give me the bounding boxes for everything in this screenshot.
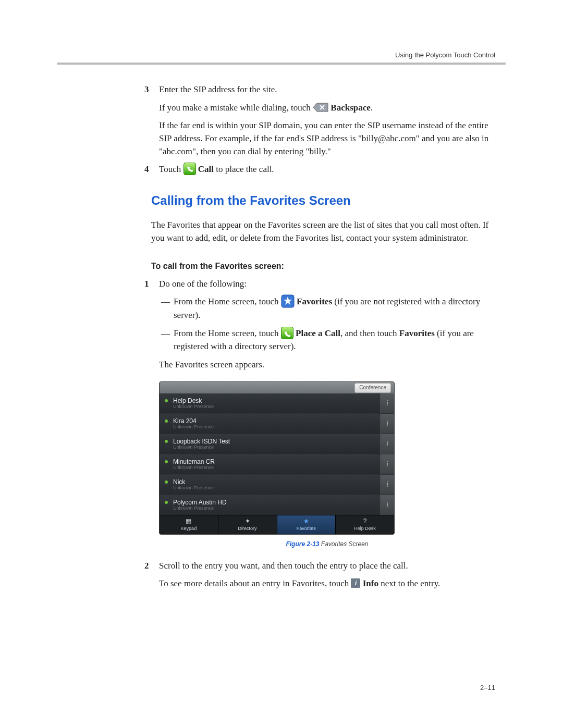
- row-info-icon[interactable]: i: [380, 475, 394, 495]
- presence-dot-icon: [165, 460, 168, 463]
- text: next to the entry.: [378, 578, 440, 588]
- keypad-icon: ▦: [186, 518, 191, 524]
- step3-line3: If the far end is within your SIP domain…: [159, 119, 495, 158]
- tab-label: Favorites: [297, 525, 316, 532]
- row-text: Loopback ISDN Test Unknown Presence: [173, 438, 380, 450]
- row-name: Nick: [173, 479, 380, 486]
- row-info-icon[interactable]: i: [380, 454, 394, 474]
- favorites-row[interactable]: Kira 204 Unknown Presence i: [160, 414, 394, 434]
- running-header: Using the Polycom Touch Control: [395, 51, 495, 59]
- text: From the Home screen, touch: [174, 297, 281, 306]
- favorites-screenshot: Conference Help Desk Unknown Presence i: [159, 381, 395, 535]
- option-list: From the Home screen, touch Favorites (i…: [159, 295, 495, 353]
- header-rule: [57, 63, 506, 65]
- favorites-row[interactable]: Loopback ISDN Test Unknown Presence i: [160, 434, 394, 454]
- tab-label: Directory: [238, 525, 257, 532]
- fstep2-line2: To see more details about an entry in Fa…: [159, 577, 495, 590]
- conference-button[interactable]: Conference: [354, 383, 391, 393]
- backspace-label: Backspace: [331, 103, 371, 113]
- step-number: 2: [144, 560, 149, 573]
- favorites-label: Favorites: [297, 297, 332, 306]
- step4-line: Touch Call to place the call.: [159, 163, 495, 176]
- step3-line2: If you make a mistake while dialing, tou…: [159, 102, 495, 115]
- presence-dot-icon: [165, 480, 168, 484]
- row-info-icon[interactable]: i: [380, 393, 394, 413]
- section-intro: The Favorites that appear on the Favorit…: [151, 219, 495, 244]
- row-info-icon[interactable]: i: [380, 434, 394, 454]
- info-label: Info: [363, 578, 378, 588]
- step-3: 3 Enter the SIP address for the site. If…: [159, 83, 495, 158]
- help-icon: ?: [363, 518, 367, 524]
- tab-label: Keypad: [181, 525, 197, 532]
- row-sub: Unknown Presence: [173, 486, 380, 491]
- figure-text: Favorites Screen: [321, 540, 369, 548]
- tab-helpdesk[interactable]: ? Help Desk: [336, 515, 394, 534]
- favorites-row[interactable]: Nick Unknown Presence i: [160, 475, 394, 495]
- fstep1-lead: Do one of the following:: [159, 278, 495, 291]
- text: , and then touch: [340, 328, 399, 338]
- step3-line1: Enter the SIP address for the site.: [159, 83, 495, 96]
- row-text: Minuteman CR Unknown Presence: [173, 459, 380, 471]
- figure-caption: Figure 2-13 Favorites Screen: [159, 540, 495, 549]
- place-call-icon: [281, 327, 293, 339]
- row-name: Kira 204: [173, 418, 380, 425]
- row-info-icon[interactable]: i: [380, 495, 394, 515]
- presence-dot-icon: [165, 399, 168, 402]
- row-text: Polycom Austin HD Unknown Presence: [173, 499, 380, 511]
- favorites-row[interactable]: Polycom Austin HD Unknown Presence i: [160, 495, 394, 515]
- backspace-icon: [313, 103, 328, 112]
- text: If you make a mistake while dialing, tou…: [159, 103, 313, 113]
- favshot-topbar: Conference: [160, 382, 394, 393]
- row-text: Help Desk Unknown Presence: [173, 398, 380, 410]
- tab-keypad[interactable]: ▦ Keypad: [160, 515, 218, 534]
- row-sub: Unknown Presence: [173, 425, 380, 430]
- favorites-list: Help Desk Unknown Presence i Kira 204 Un…: [160, 393, 394, 515]
- step-4: 4 Touch Call to place the call.: [159, 163, 495, 176]
- step-number: 3: [144, 83, 149, 96]
- favorites-row[interactable]: Minuteman CR Unknown Presence i: [160, 454, 394, 475]
- row-text: Nick Unknown Presence: [173, 479, 380, 491]
- page: Using the Polycom Touch Control 3 Enter …: [0, 0, 563, 728]
- info-icon: i: [351, 578, 360, 588]
- main-content: 3 Enter the SIP address for the site. If…: [159, 83, 495, 590]
- favorites-label-2: Favorites: [399, 328, 435, 338]
- presence-dot-icon: [165, 440, 168, 443]
- row-name: Loopback ISDN Test: [173, 438, 380, 445]
- tab-favorites[interactable]: ★ Favorites: [277, 515, 336, 534]
- favshot-tabs: ▦ Keypad ✦ Directory ★ Favorites ? Help …: [160, 515, 394, 534]
- tab-directory[interactable]: ✦ Directory: [218, 515, 277, 534]
- directory-icon: ✦: [245, 518, 250, 524]
- row-info-icon[interactable]: i: [380, 414, 394, 434]
- favorites-step-1: 1 Do one of the following: From the Home…: [159, 278, 495, 549]
- section-title: Calling from the Favorites Screen: [151, 192, 495, 210]
- presence-dot-icon: [165, 501, 168, 504]
- row-sub: Unknown Presence: [173, 506, 380, 511]
- section-block: Calling from the Favorites Screen The Fa…: [151, 192, 495, 272]
- page-number: 2–11: [480, 684, 495, 692]
- text: From the Home screen, touch: [174, 328, 281, 338]
- option-2: From the Home screen, touch Place a Call…: [174, 327, 495, 353]
- svg-marker-0: [313, 103, 328, 112]
- fstep2-line1: Scroll to the entry you want, and then t…: [159, 560, 495, 573]
- row-name: Polycom Austin HD: [173, 499, 380, 506]
- favorites-icon: [281, 294, 295, 308]
- tab-label: Help Desk: [354, 525, 376, 532]
- row-sub: Unknown Presence: [173, 404, 380, 410]
- row-text: Kira 204 Unknown Presence: [173, 418, 380, 430]
- section-subhead: To call from the Favorites screen:: [151, 260, 495, 272]
- text: Touch: [159, 164, 183, 174]
- text: .: [371, 103, 373, 113]
- favorites-row[interactable]: Help Desk Unknown Presence i: [160, 393, 394, 414]
- row-name: Help Desk: [173, 398, 380, 404]
- row-name: Minuteman CR: [173, 459, 380, 465]
- call-icon: [183, 163, 196, 175]
- figure-label: Figure 2-13: [286, 540, 319, 548]
- favorites-step-2: 2 Scroll to the entry you want, and then…: [159, 560, 495, 590]
- call-label: Call: [198, 164, 214, 174]
- place-call-label: Place a Call: [296, 328, 340, 338]
- text: To see more details about an entry in Fa…: [159, 578, 351, 588]
- star-icon: ★: [303, 518, 309, 524]
- row-sub: Unknown Presence: [173, 465, 380, 471]
- presence-dot-icon: [165, 419, 168, 423]
- fstep1-tail: The Favorites screen appears.: [159, 359, 495, 372]
